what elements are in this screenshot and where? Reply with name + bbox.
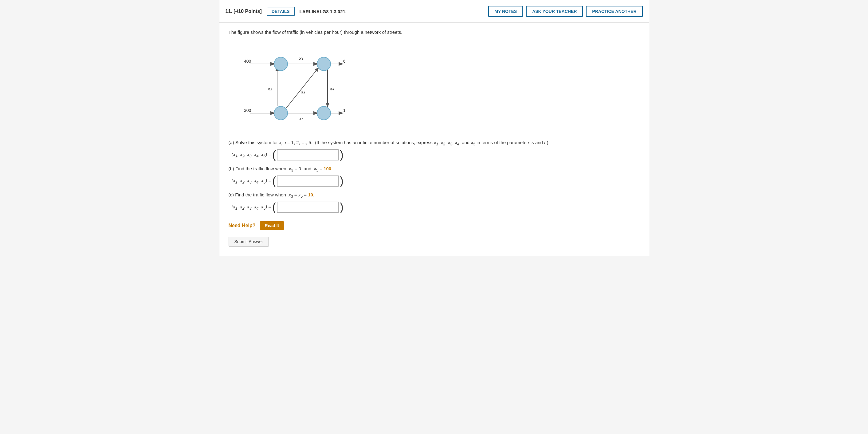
header-buttons: MY NOTES ASK YOUR TEACHER PRACTICE ANOTH… <box>488 6 643 17</box>
svg-point-18 <box>274 57 287 71</box>
svg-point-21 <box>317 106 331 120</box>
part-c-label: (c) Find the traffic flow when x3 = x5 =… <box>228 192 640 198</box>
svg-text:x₃: x₃ <box>301 89 305 94</box>
diagram-area: 400 600 300 100 x₁ x₂ x₃ <box>241 40 640 132</box>
svg-line-12 <box>286 68 318 108</box>
submit-button[interactable]: Submit Answer <box>228 237 269 247</box>
svg-text:x₅: x₅ <box>299 116 303 121</box>
svg-point-20 <box>274 106 287 120</box>
part-a-input[interactable] <box>277 149 339 160</box>
problem-code: LARLINALG8 1.3.021. <box>300 9 484 14</box>
part-b-answer-row: (x1, x2, x3, x4, x5) = ( ) <box>232 176 640 187</box>
part-c-answer-row: (x1, x2, x3, x4, x5) = ( ) <box>232 202 640 213</box>
part-c-input[interactable] <box>277 202 339 213</box>
left-paren-c: ( <box>272 202 276 213</box>
svg-text:600: 600 <box>343 59 345 64</box>
part-a-label: (a) Solve this system for xi, i = 1, 2, … <box>228 140 640 146</box>
content-area: The figure shows the flow of traffic (in… <box>219 23 649 256</box>
right-paren-b: ) <box>340 176 343 187</box>
need-help-row: Need Help? Read It <box>228 221 640 230</box>
part-b-section: (b) Find the traffic flow when x3 = 0 an… <box>228 166 640 187</box>
ask-teacher-button[interactable]: ASK YOUR TEACHER <box>526 6 583 17</box>
svg-text:100: 100 <box>343 108 345 113</box>
question-header: 11. [-/10 Points] DETAILS LARLINALG8 1.3… <box>219 0 649 23</box>
part-c-tuple-label: (x1, x2, x3, x4, x5) = <box>232 204 271 211</box>
svg-text:400: 400 <box>244 59 251 64</box>
problem-description: The figure shows the flow of traffic (in… <box>228 30 640 35</box>
svg-text:300: 300 <box>244 108 251 113</box>
part-b-tuple-label: (x1, x2, x3, x4, x5) = <box>232 178 271 184</box>
need-help-label: Need Help? <box>228 223 256 228</box>
details-button[interactable]: DETAILS <box>267 7 294 16</box>
left-paren-b: ( <box>272 176 276 187</box>
svg-text:x₄: x₄ <box>330 86 334 91</box>
submit-row: Submit Answer <box>228 237 640 247</box>
part-b-input[interactable] <box>277 176 339 187</box>
part-a-answer-row: (x1, x2, x3, x4, x5) = ( ) <box>232 149 640 160</box>
svg-point-19 <box>317 57 331 71</box>
right-paren-a: ) <box>340 149 343 160</box>
traffic-diagram: 400 600 300 100 x₁ x₂ x₃ <box>241 40 345 132</box>
part-b-label: (b) Find the traffic flow when x3 = 0 an… <box>228 166 640 173</box>
question-number: 11. [-/10 Points] <box>225 9 262 14</box>
part-a-tuple-label: (x1, x2, x3, x4, x5) = <box>232 152 271 158</box>
my-notes-button[interactable]: MY NOTES <box>488 6 523 17</box>
right-paren-c: ) <box>340 202 343 213</box>
practice-another-button[interactable]: PRACTICE ANOTHER <box>586 6 643 17</box>
part-a-section: (a) Solve this system for xi, i = 1, 2, … <box>228 140 640 160</box>
left-paren-a: ( <box>272 149 276 160</box>
svg-text:x₁: x₁ <box>299 56 303 61</box>
svg-text:x₂: x₂ <box>268 86 272 91</box>
read-it-button[interactable]: Read It <box>260 221 284 230</box>
part-c-section: (c) Find the traffic flow when x3 = x5 =… <box>228 192 640 213</box>
